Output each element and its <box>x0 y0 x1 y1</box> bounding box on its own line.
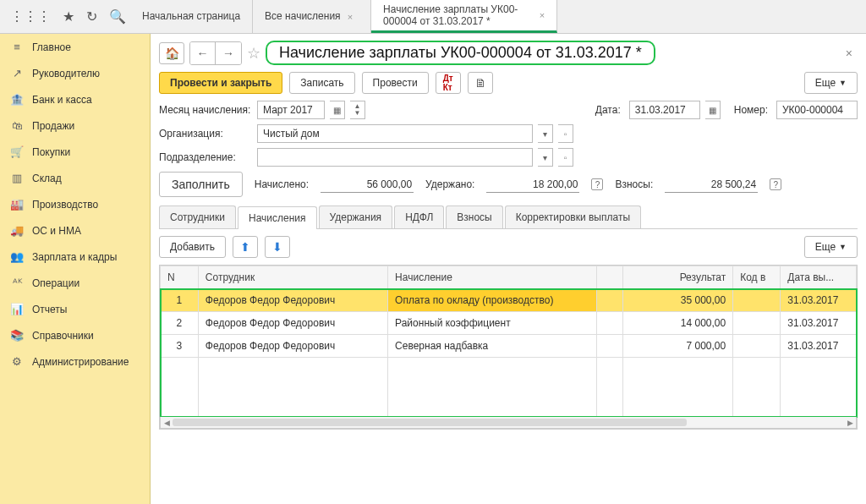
col-employee[interactable]: Сотрудник <box>198 266 387 289</box>
sidebar-item-directories[interactable]: 📚Справочники <box>0 322 150 348</box>
sidebar-item-admin[interactable]: ⚙Администрирование <box>0 348 150 375</box>
print-button[interactable]: 🗎 <box>468 72 493 94</box>
sidebar-item-label: ОС и НМА <box>32 225 81 237</box>
fill-button[interactable]: Заполнить <box>159 172 243 197</box>
tabstrip: Начальная страница Все начисления × Начи… <box>130 0 866 34</box>
cell-date: 31.03.2017 <box>781 335 857 358</box>
chart-up-icon: ↗ <box>10 67 24 79</box>
cell-result: 35 000,00 <box>623 289 733 312</box>
close-document-button[interactable]: × <box>841 47 858 60</box>
cell-spacer <box>596 289 622 312</box>
scroll-left-icon[interactable]: ◀ <box>161 417 173 428</box>
sidebar-item-purchases[interactable]: 🛒Покупки <box>0 139 150 165</box>
cell-spacer <box>596 335 622 358</box>
sidebar-item-reports[interactable]: 📊Отчеты <box>0 296 150 322</box>
col-result[interactable]: Результат <box>623 266 733 289</box>
tab-all-accruals[interactable]: Все начисления × <box>253 0 371 33</box>
post-and-close-button[interactable]: Провести и закрыть <box>159 72 282 94</box>
dropdown-icon[interactable]: ▾ <box>538 148 553 167</box>
table-row[interactable]: 3 Федоров Федор Федорович Северная надба… <box>161 335 857 358</box>
subtab-employees[interactable]: Сотрудники <box>159 205 236 228</box>
cell-result: 7 000,00 <box>623 335 733 358</box>
move-down-button[interactable]: ⬇ <box>265 236 290 258</box>
nav-forward-button[interactable]: → <box>216 42 241 64</box>
cell-n: 1 <box>161 289 199 312</box>
open-ref-button[interactable]: ▫ <box>558 124 573 143</box>
sidebar-item-operations[interactable]: ᴬᴷОперации <box>0 270 150 296</box>
withheld-label: Удержано: <box>425 178 474 190</box>
cell-employee: Федоров Федор Федорович <box>198 312 387 335</box>
nav-back-button[interactable]: ← <box>190 42 216 64</box>
help-icon[interactable]: ? <box>770 178 781 190</box>
help-icon[interactable]: ? <box>591 178 603 190</box>
sidebar-item-bank[interactable]: 🏦Банк и касса <box>0 86 150 112</box>
scrollbar-thumb[interactable] <box>173 419 687 426</box>
table-row[interactable]: 1 Федоров Федор Федорович Оплата по окла… <box>161 289 857 312</box>
stock-icon: ▥ <box>10 172 24 184</box>
scroll-right-icon[interactable]: ▶ <box>844 417 856 428</box>
month-picker-button[interactable]: ▦ <box>330 101 345 119</box>
table-row[interactable]: 2 Федоров Федор Федорович Районный коэфф… <box>161 312 857 335</box>
post-button[interactable]: Провести <box>362 72 429 94</box>
move-up-button[interactable]: ⬆ <box>233 236 258 258</box>
sidebar: ≡Главное ↗Руководителю 🏦Банк и касса 🛍Пр… <box>0 34 151 504</box>
date-picker-button[interactable]: ▦ <box>705 101 721 119</box>
subtab-ndfl[interactable]: НДФЛ <box>394 205 444 228</box>
cell-n: 3 <box>161 335 199 358</box>
dropdown-icon[interactable]: ▾ <box>538 124 553 143</box>
sidebar-item-label: Отчеты <box>32 304 67 315</box>
col-n[interactable]: N <box>161 266 199 289</box>
organization-label: Организация: <box>159 128 252 140</box>
subtab-accruals[interactable]: Начисления <box>238 206 317 229</box>
sidebar-item-manager[interactable]: ↗Руководителю <box>0 60 150 86</box>
sidebar-item-sales[interactable]: 🛍Продажи <box>0 112 150 139</box>
home-button[interactable]: 🏠 <box>159 42 184 64</box>
open-ref-button[interactable]: ▫ <box>558 148 573 167</box>
table-row[interactable] <box>161 358 857 417</box>
date-field[interactable]: 31.03.2017 <box>629 101 700 119</box>
col-code[interactable]: Код в <box>733 266 781 289</box>
dtkt-button[interactable]: ДтКт <box>436 72 461 94</box>
sidebar-item-fixed-assets[interactable]: 🚚ОС и НМА <box>0 217 150 244</box>
sidebar-item-label: Продажи <box>32 120 74 132</box>
save-button[interactable]: Записать <box>289 72 354 94</box>
grid-more-button[interactable]: Еще ▼ <box>804 236 858 258</box>
tab-home[interactable]: Начальная страница <box>130 0 253 33</box>
star-icon[interactable]: ★ <box>63 8 74 25</box>
subtab-contrib[interactable]: Взносы <box>446 205 502 228</box>
number-field[interactable]: УК00-000004 <box>776 101 858 119</box>
subtab-corrections[interactable]: Корректировки выплаты <box>505 205 641 228</box>
cart-icon: 🛒 <box>10 145 24 158</box>
month-stepper[interactable]: ▲▼ <box>350 101 365 119</box>
horizontal-scrollbar[interactable]: ◀ ▶ <box>160 417 857 429</box>
organization-field[interactable]: Чистый дом <box>257 124 533 143</box>
sidebar-item-production[interactable]: 🏭Производство <box>0 191 150 217</box>
date-label: Дата: <box>595 104 621 116</box>
sidebar-item-salary[interactable]: 👥Зарплата и кадры <box>0 244 150 270</box>
sidebar-item-label: Справочники <box>32 330 94 342</box>
department-field[interactable] <box>257 148 533 167</box>
subtab-withholdings[interactable]: Удержания <box>319 205 393 228</box>
sidebar-item-stock[interactable]: ▥Склад <box>0 165 150 191</box>
month-field[interactable]: Март 2017 <box>257 101 325 119</box>
sidebar-item-main[interactable]: ≡Главное <box>0 34 150 60</box>
books-icon: 📚 <box>10 329 24 342</box>
search-icon[interactable]: 🔍 <box>109 8 126 25</box>
tab-document[interactable]: Начисление зарплаты УК00-000004 от 31.03… <box>371 0 557 33</box>
more-button[interactable]: Еще ▼ <box>804 72 858 94</box>
chevron-down-icon: ▼ <box>839 79 847 87</box>
col-date[interactable]: Дата вы... <box>781 266 857 289</box>
history-icon[interactable]: ↻ <box>86 8 97 25</box>
number-label: Номер: <box>734 104 768 116</box>
favorite-icon[interactable]: ☆ <box>247 44 260 63</box>
cell-employee: Федоров Федор Федорович <box>198 289 387 312</box>
gear-icon: ⚙ <box>10 355 24 368</box>
col-spacer[interactable] <box>596 266 622 289</box>
tab-home-label: Начальная страница <box>142 10 240 22</box>
close-icon[interactable]: × <box>348 12 353 22</box>
add-row-button[interactable]: Добавить <box>159 236 226 258</box>
cell-accrual[interactable]: Оплата по окладу (производство) <box>388 289 597 312</box>
apps-icon[interactable]: ⋮⋮⋮ <box>10 8 51 25</box>
col-accrual[interactable]: Начисление <box>388 266 597 289</box>
close-icon[interactable]: × <box>540 10 545 20</box>
